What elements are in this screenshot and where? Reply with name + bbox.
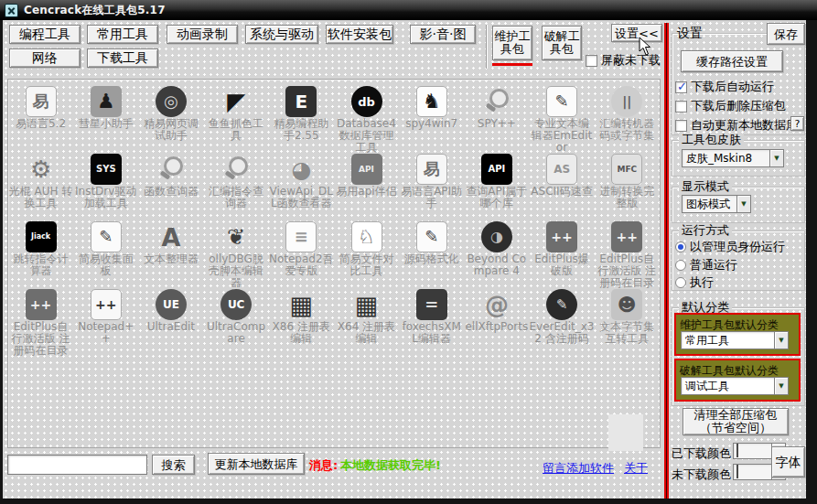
tool-item[interactable]: SYS InstDrv驱动加载工具 (73, 152, 138, 220)
tab-programming-tools[interactable]: 编程工具 (9, 25, 81, 44)
tool-item[interactable]: @ ellXftpPorts (464, 287, 529, 355)
skin-combobox[interactable]: 皮肤_Mskin8 (682, 149, 784, 167)
tool-item[interactable]: ◕ ViewApi_DLL函数查看器 (269, 152, 334, 220)
tool-item[interactable]: ++ Notepad++ (73, 287, 138, 355)
tool-item[interactable]: UE UltraEdit (138, 287, 203, 355)
notepad-pencil-icon: ✎ (91, 221, 122, 252)
run-normal-radio[interactable] (675, 260, 686, 271)
tool-item[interactable]: ☻ 文本字节集互转工具 (595, 287, 660, 355)
cache-path-button[interactable]: 缓存路径设置 (681, 50, 783, 72)
tool-label: UltraCompare (204, 321, 269, 345)
autoupdate-checkbox[interactable] (675, 120, 687, 132)
run-exec-radio[interactable] (675, 277, 686, 288)
feedback-link[interactable]: 留言添加软件 (543, 460, 614, 477)
tool-item[interactable]: ++ EditPlus自行激活版 注册码在目录 (595, 220, 660, 287)
tool-item[interactable]: ✎ 简易收集面板 (73, 220, 138, 287)
save-button[interactable]: 保存 (767, 23, 805, 45)
tool-label: 光棍 AUH 转换工具 (8, 186, 73, 209)
tool-item[interactable]: API 易用api伴侣 (334, 152, 399, 220)
run-admin-row[interactable]: 以管理员身份运行 (675, 239, 785, 255)
display-group-label: 显示模式 (679, 180, 732, 193)
tool-item[interactable]: ✎ 专业文本编辑器EmEditor (530, 84, 595, 152)
hide-undownloaded-checkbox[interactable] (586, 55, 597, 67)
maintain-default-combobox[interactable]: 常用工具 (681, 331, 789, 349)
tab-system-driver[interactable]: 系统与驱动 (245, 25, 318, 44)
tool-item[interactable]: AS ASCII码速查 (530, 152, 595, 220)
tool-item[interactable]: ◎ 精易网页调试助手 (138, 84, 203, 152)
help-button[interactable]: ? (790, 116, 804, 131)
autorun-checkbox[interactable] (675, 81, 687, 93)
tool-item[interactable]: ⚙ 光棍 AUH 转换工具 (8, 152, 73, 220)
tool-item[interactable]: 易 易语言5.2 (8, 84, 73, 152)
autorun-row[interactable]: 下载后自动运行 (675, 79, 774, 95)
pack-crack-button[interactable]: 破解工具包 (542, 26, 582, 60)
crack-default-combobox[interactable]: 调试工具 (681, 377, 789, 395)
tools-grid: 易 易语言5.2 ♟ 彗星小助手 ◎ 精易网页调试助手 ◤ 鱼鱼抓色工具 E 精… (8, 84, 660, 355)
chevron-down-icon[interactable] (736, 195, 751, 213)
chevron-down-icon[interactable] (774, 377, 789, 395)
tab-software-install[interactable]: 软件安装包 (326, 25, 393, 44)
message-text: 本地数据获取完毕! (340, 457, 441, 474)
delete-archive-checkbox[interactable] (675, 101, 687, 113)
tool-item[interactable]: ✎ 源码格式化 (399, 220, 464, 287)
tool-item[interactable]: ♘ 简易文件对比工具 (334, 220, 399, 287)
tool-item[interactable]: ♟ 彗星小助手 (73, 84, 138, 152)
tool-label: 汇编指令查询器 (204, 186, 269, 209)
clean-archives-button[interactable]: 清理全部压缩包 （节省空间） (683, 408, 789, 435)
tool-item[interactable]: API 查询API属于哪个库 (464, 152, 529, 220)
tab-network[interactable]: 网络 (9, 48, 81, 68)
tab-animation-record[interactable]: 动画录制 (167, 25, 238, 44)
tool-item[interactable]: ++ EditPlus自行激活版 注册码在目录 (8, 287, 73, 355)
search-button[interactable]: 搜索 (152, 455, 195, 475)
tool-item[interactable]: E 精易编程助手2.55 (269, 84, 334, 152)
downloaded-color-swatch (736, 443, 738, 457)
settings-toggle-button[interactable]: 设置<< (611, 24, 662, 42)
tool-item[interactable]: db Database4数据库管理工具 (334, 84, 399, 152)
tool-label: 跳转指令计算器 (8, 253, 73, 277)
tool-item[interactable]: ▦ X86 注册表编辑 (269, 287, 334, 355)
tab-media[interactable]: 影·音·图 (410, 25, 476, 44)
tool-item[interactable]: ++ EditPlus爆破版 (530, 220, 595, 287)
tool-item[interactable]: A 文本整理器 (138, 220, 203, 287)
tool-item[interactable]: MFC 进制转换完整版 (595, 152, 660, 220)
editplus-icon: ++ (611, 221, 642, 252)
display-combobox[interactable]: 图标模式 (682, 195, 751, 213)
message-label: 消息: (309, 457, 338, 474)
tool-item[interactable]: Jiack 跳转指令计算器 (8, 220, 73, 287)
crack-default-label: 破解工具包默认分类 (676, 360, 799, 379)
pack-maintain-button[interactable]: 维护工具包 (492, 26, 532, 60)
tool-item[interactable]: ◤ 鱼鱼抓色工具 (204, 84, 269, 152)
app-logo-icon (5, 4, 18, 17)
magnifier-icon (220, 154, 252, 185)
autoupdate-row[interactable]: 自动更新本地数据库 (675, 117, 798, 134)
tool-label: InstDrv驱动加载工具 (73, 186, 138, 209)
run-exec-row[interactable]: 执行 (675, 274, 714, 291)
tool-item[interactable]: || 汇编转机器码或字节集 (595, 84, 660, 152)
tool-item[interactable]: 函数查询器 (138, 152, 203, 220)
run-normal-row[interactable]: 普通运行 (675, 257, 737, 273)
delete-archive-row[interactable]: 下载后删除压缩包 (675, 98, 786, 114)
font-button[interactable]: 字体 (771, 446, 805, 477)
tool-item[interactable]: ♞ spy4win7 (399, 84, 464, 152)
tool-item[interactable]: 易 易语言API助手 (399, 152, 464, 220)
update-database-button[interactable]: 更新本地数据库 (208, 453, 305, 475)
delete-archive-label: 下载后删除压缩包 (691, 98, 786, 114)
tool-item[interactable]: ▦ X64 注册表编辑 (334, 287, 399, 355)
tool-item[interactable]: 汇编指令查询器 (204, 152, 269, 220)
chevron-down-icon[interactable] (769, 149, 784, 167)
tab-download-tools[interactable]: 下载工具 (87, 48, 158, 68)
tool-item[interactable]: ≡ Notepad2吾爱专版 (269, 220, 334, 287)
magnifier-icon (156, 154, 187, 185)
chevron-down-icon[interactable] (774, 331, 789, 349)
tool-item[interactable]: ✎ EverEdit_x32 含注册码 (530, 287, 595, 355)
tool-item[interactable]: ❦ ollyDBG脱壳脚本编辑器 (204, 220, 269, 287)
tool-item[interactable]: ◑ Beyond Compare 4 (464, 220, 529, 287)
tool-item[interactable]: = foxechsXML编辑器 (399, 287, 464, 355)
tab-common-tools[interactable]: 常用工具 (87, 25, 158, 44)
about-link[interactable]: 关于 (624, 460, 648, 477)
tool-item[interactable]: SPY++ (464, 84, 529, 152)
run-admin-radio[interactable] (675, 241, 686, 252)
tool-item[interactable]: UC UltraCompare (204, 287, 269, 355)
search-input[interactable] (7, 455, 147, 475)
registry-blocks-icon: ▦ (351, 289, 382, 320)
